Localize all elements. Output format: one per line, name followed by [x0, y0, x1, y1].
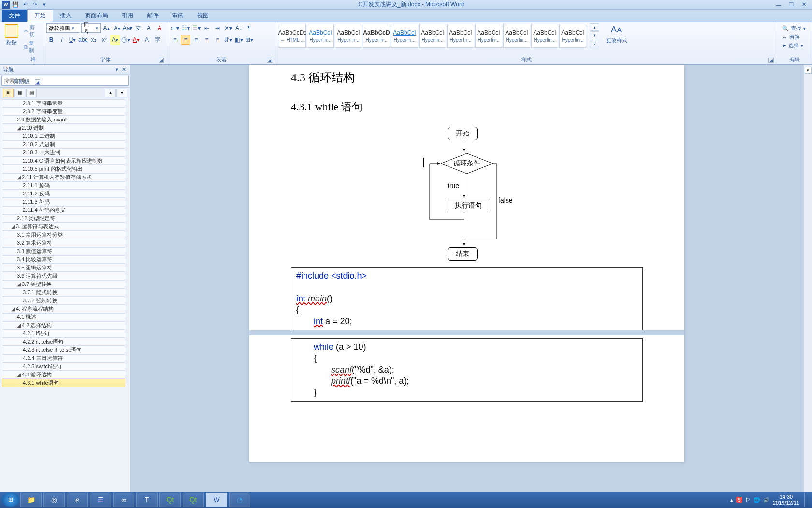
nav-item-14[interactable]: 2.12 类型限定符: [2, 214, 125, 223]
close-button[interactable]: ✕: [799, 1, 808, 8]
nav-next-button[interactable]: ▾: [116, 89, 127, 97]
nav-item-0[interactable]: 2.8.1 字符串常量: [2, 99, 125, 107]
minimize-button[interactable]: —: [774, 1, 783, 8]
align-distribute-button[interactable]: ≡: [213, 35, 222, 45]
nav-item-6[interactable]: 2.10.3 十六进制: [2, 149, 125, 157]
font-size-combo[interactable]: 四号: [81, 23, 101, 33]
nav-item-26[interactable]: 4.1 概述: [2, 313, 125, 321]
nav-item-16[interactable]: 3.1 常用运算符分类: [2, 231, 125, 239]
tray-expand-icon[interactable]: ▴: [730, 497, 733, 503]
find-button[interactable]: 🔍查找▾: [780, 24, 808, 32]
nav-item-15[interactable]: ◢3. 运算符与表达式: [2, 223, 125, 231]
nav-dropdown-button[interactable]: ▾: [114, 66, 120, 73]
style-item-10[interactable]: AaBbCcIHyperlin...: [559, 24, 586, 48]
superscript-button[interactable]: x²: [100, 35, 109, 45]
clipboard-launcher[interactable]: ◢: [35, 79, 40, 85]
borders-button[interactable]: ⊞▾: [245, 35, 254, 45]
underline-button[interactable]: U▾: [68, 35, 77, 45]
task-camtasia[interactable]: ◔: [229, 493, 250, 507]
clear-format-button[interactable]: A: [155, 23, 164, 33]
change-case-button[interactable]: Aa▾: [123, 23, 132, 33]
nav-item-4[interactable]: 2.10.1 二进制: [2, 132, 125, 140]
nav-item-17[interactable]: 3.2 算术运算符: [2, 239, 125, 247]
style-item-8[interactable]: AaBbCcIHyperlin...: [503, 24, 530, 48]
pilcrow-button[interactable]: ¶: [245, 23, 254, 33]
nav-item-20[interactable]: 3.5 逻辑运算符: [2, 264, 125, 272]
nav-close-button[interactable]: ✕: [120, 66, 127, 73]
nav-item-13[interactable]: 2.11.4 补码的意义: [2, 206, 125, 214]
font-family-combo[interactable]: 微软雅黑: [46, 23, 80, 33]
nav-item-22[interactable]: ◢3.7 类型转换: [2, 280, 125, 288]
sort-button[interactable]: A↓: [234, 23, 244, 33]
nav-item-11[interactable]: 2.11.2 反码: [2, 190, 125, 198]
nav-item-32[interactable]: 4.2.5 switch语句: [2, 362, 125, 371]
nav-tree[interactable]: 2.8.1 字符串常量2.8.2 字符串变量2.9 数据的输入 scanf◢2.…: [0, 98, 130, 508]
task-vs[interactable]: ∞: [113, 493, 134, 507]
align-right-button[interactable]: ≡: [191, 35, 201, 45]
tray-flag-icon[interactable]: 🏳: [745, 497, 751, 503]
nav-item-27[interactable]: ◢4.2 选择结构: [2, 321, 125, 329]
char-border-button[interactable]: A: [144, 23, 154, 33]
replace-button[interactable]: ↔替换: [780, 33, 808, 41]
nav-prev-button[interactable]: ▴: [105, 89, 116, 97]
style-item-4[interactable]: AaBbCcIHyperlin...: [391, 24, 418, 48]
text-highlight-button[interactable]: A▾: [110, 35, 120, 45]
bullets-button[interactable]: ≔▾: [170, 23, 180, 33]
document-area[interactable]: 4.3 循环结构 4.3.1 while 语句 开始 循环条件 true 执行语…: [130, 65, 803, 508]
nav-item-8[interactable]: 2.10.5 printf的格式化输出: [2, 165, 125, 173]
bold-button[interactable]: B: [46, 35, 56, 45]
tab-layout[interactable]: 页面布局: [78, 10, 115, 22]
nav-item-31[interactable]: 4.2.4 三目运算符: [2, 354, 125, 362]
nav-item-1[interactable]: 2.8.2 字符串变量: [2, 107, 125, 116]
nav-item-2[interactable]: 2.9 数据的输入 scanf: [2, 116, 125, 124]
shading-button[interactable]: ◧▾: [234, 35, 244, 45]
vruler-toggle[interactable]: ▾: [805, 67, 812, 74]
nav-tab-pages[interactable]: ▦: [14, 89, 25, 97]
paste-button[interactable]: 粘贴: [3, 23, 20, 47]
task-chrome[interactable]: ◎: [44, 493, 65, 507]
style-item-2[interactable]: AaBbCcIHyperlin...: [335, 24, 362, 48]
indent-dec-button[interactable]: ⇤: [202, 23, 212, 33]
nav-item-21[interactable]: 3.6 运算符优先级: [2, 272, 125, 280]
nav-item-25[interactable]: ◢4. 程序流程结构: [2, 305, 125, 313]
strike-button[interactable]: abe: [78, 35, 88, 45]
restore-button[interactable]: ❐: [787, 1, 796, 8]
shrink-font-button[interactable]: A▾: [112, 23, 122, 33]
numbering-button[interactable]: ☷▾: [181, 23, 190, 33]
nav-item-33[interactable]: ◢4.3 循环结构: [2, 371, 125, 379]
enclosed-button[interactable]: 字: [153, 35, 162, 45]
font-launcher[interactable]: ◢: [159, 58, 164, 63]
tab-home[interactable]: 开始: [27, 9, 53, 22]
start-button[interactable]: ⊞: [2, 493, 19, 507]
styles-launcher[interactable]: ◢: [768, 58, 774, 63]
tab-insert[interactable]: 插入: [53, 10, 78, 22]
task-edge[interactable]: ℯ: [67, 493, 88, 507]
nav-item-12[interactable]: 2.11.3 补码: [2, 198, 125, 206]
grow-font-button[interactable]: A▴: [102, 23, 111, 33]
copy-button[interactable]: ⧉复制: [22, 39, 40, 55]
nav-item-9[interactable]: ◢2.11 计算机内存数值存储方式: [2, 173, 125, 181]
tray-clock[interactable]: 14:30 2019/12/11: [773, 494, 799, 506]
nav-tab-headings[interactable]: ≡: [3, 89, 14, 97]
task-word[interactable]: W: [206, 493, 227, 507]
style-item-3[interactable]: AaBbCcDHyperlin...: [363, 24, 390, 48]
nav-item-34[interactable]: 4.3.1 while语句: [2, 379, 125, 387]
styles-down-button[interactable]: ▾: [590, 31, 599, 39]
task-terminal[interactable]: T: [136, 493, 158, 507]
subscript-button[interactable]: x₂: [89, 35, 99, 45]
styles-up-button[interactable]: ▴: [590, 23, 599, 31]
enclose-char-button[interactable]: ㊥▾: [121, 35, 130, 45]
nav-item-30[interactable]: 4.2.3 if...else if...else语句: [2, 346, 125, 354]
tab-file[interactable]: 文件: [2, 10, 27, 22]
nav-item-3[interactable]: ◢2.10 进制: [2, 124, 125, 132]
task-qt1[interactable]: Qt: [160, 493, 181, 507]
italic-button[interactable]: I: [57, 35, 67, 45]
nav-item-18[interactable]: 3.3 赋值运算符: [2, 247, 125, 255]
change-styles-button[interactable]: Aᴀ 更改样式: [604, 23, 629, 45]
align-left-button[interactable]: ≡: [170, 35, 180, 45]
style-item-9[interactable]: AaBbCcIHyperlin...: [531, 24, 558, 48]
para-launcher[interactable]: ◢: [267, 58, 272, 63]
style-item-7[interactable]: AaBbCcIHyperlin...: [475, 24, 502, 48]
tray-sogou-icon[interactable]: S: [736, 497, 742, 503]
save-icon[interactable]: 💾: [12, 1, 19, 9]
